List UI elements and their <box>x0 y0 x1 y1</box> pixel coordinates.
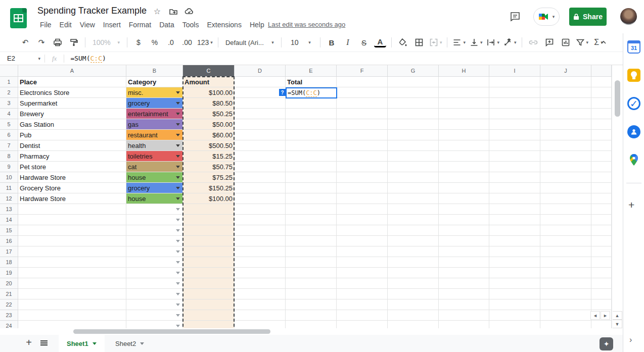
column-header-E[interactable]: E <box>286 65 337 77</box>
cell-B20[interactable] <box>126 278 183 289</box>
cell-G5[interactable] <box>388 119 439 130</box>
select-all-corner[interactable] <box>0 65 18 77</box>
cell-F6[interactable] <box>337 130 388 140</box>
scroll-left-button[interactable]: ◄ <box>590 311 600 320</box>
text-wrap-button[interactable]: ▾ <box>486 36 499 48</box>
cell-E5[interactable] <box>286 119 337 130</box>
cell-E11[interactable] <box>286 183 337 193</box>
cell-I18[interactable] <box>489 257 540 268</box>
cell-A14[interactable] <box>18 215 126 225</box>
cell-C15[interactable] <box>183 225 235 236</box>
cell-H1[interactable] <box>439 77 489 87</box>
cell-D8[interactable] <box>235 151 286 162</box>
cell-F13[interactable] <box>337 204 388 215</box>
cell-G16[interactable] <box>388 236 439 246</box>
document-title[interactable]: Spending Tracker Example <box>37 6 147 16</box>
cell-I2[interactable] <box>489 87 540 98</box>
row-header-19[interactable]: 19 <box>0 268 18 278</box>
cell-C1[interactable]: Amount <box>183 77 235 87</box>
cell-F4[interactable] <box>337 109 388 119</box>
cell-J8[interactable] <box>540 151 591 162</box>
calendar-icon[interactable]: 31 <box>627 40 640 54</box>
cell-H15[interactable] <box>439 225 489 236</box>
category-dropdown-icon[interactable] <box>176 144 180 147</box>
cell-partial-10[interactable] <box>591 172 612 183</box>
cell-I21[interactable] <box>489 289 540 299</box>
cell-J9[interactable] <box>540 162 591 172</box>
cell-J18[interactable] <box>540 257 591 268</box>
cell-J3[interactable] <box>540 98 591 109</box>
cell-F18[interactable] <box>337 257 388 268</box>
cell-I7[interactable] <box>489 140 540 151</box>
cell-C12[interactable]: $100.00 <box>183 193 235 204</box>
cell-I13[interactable] <box>489 204 540 215</box>
cell-C23[interactable] <box>183 310 235 321</box>
insert-comment-button[interactable] <box>543 36 556 48</box>
cell-A13[interactable] <box>18 204 126 215</box>
cell-E20[interactable] <box>286 278 337 289</box>
category-dropdown-icon[interactable] <box>176 261 180 264</box>
cell-A8[interactable]: Pharmacy <box>18 151 126 162</box>
cell-F23[interactable] <box>337 310 388 321</box>
cell-A11[interactable]: Grocery Store <box>18 183 126 193</box>
cell-I23[interactable] <box>489 310 540 321</box>
cell-G14[interactable] <box>388 215 439 225</box>
cell-B4[interactable]: entertainment <box>126 109 183 119</box>
cell-partial-4[interactable] <box>591 109 612 119</box>
borders-button[interactable] <box>413 36 425 48</box>
cell-G17[interactable] <box>388 246 439 257</box>
cell-H9[interactable] <box>439 162 489 172</box>
cell-partial-24[interactable] <box>591 321 612 328</box>
cell-I24[interactable] <box>489 321 540 328</box>
cell-F2[interactable] <box>337 87 388 98</box>
row-header-23[interactable]: 23 <box>0 310 18 321</box>
cell-I16[interactable] <box>489 236 540 246</box>
all-sheets-button[interactable] <box>38 338 50 349</box>
cell-H6[interactable] <box>439 130 489 140</box>
cell-H24[interactable] <box>439 321 489 328</box>
cell-G7[interactable] <box>388 140 439 151</box>
cell-E18[interactable] <box>286 257 337 268</box>
menu-tools[interactable]: Tools <box>179 20 203 30</box>
column-header-C[interactable]: C <box>183 65 235 77</box>
cell-H2[interactable] <box>439 87 489 98</box>
meet-button[interactable]: ▾ <box>533 8 560 26</box>
column-header-H[interactable]: H <box>439 65 489 77</box>
row-header-10[interactable]: 10 <box>0 172 18 183</box>
cell-E16[interactable] <box>286 236 337 246</box>
cell-A22[interactable] <box>18 299 126 310</box>
cell-E24[interactable] <box>286 321 337 328</box>
cell-E17[interactable] <box>286 246 337 257</box>
cell-J1[interactable] <box>540 77 591 87</box>
undo-button[interactable]: ↶ <box>19 36 31 48</box>
cell-A18[interactable] <box>18 257 126 268</box>
cell-J16[interactable] <box>540 236 591 246</box>
cell-B6[interactable]: restaurant <box>126 130 183 140</box>
category-dropdown-icon[interactable] <box>176 166 180 168</box>
cell-H12[interactable] <box>439 193 489 204</box>
cell-partial-7[interactable] <box>591 140 612 151</box>
row-header-17[interactable]: 17 <box>0 246 18 257</box>
cell-D12[interactable] <box>235 193 286 204</box>
cell-F7[interactable] <box>337 140 388 151</box>
cell-E19[interactable] <box>286 268 337 278</box>
more-formats-button[interactable]: 123▾ <box>197 36 213 48</box>
cell-F24[interactable] <box>337 321 388 328</box>
cell-H11[interactable] <box>439 183 489 193</box>
row-header-20[interactable]: 20 <box>0 278 18 289</box>
cell-J11[interactable] <box>540 183 591 193</box>
cell-I22[interactable] <box>489 299 540 310</box>
cell-F16[interactable] <box>337 236 388 246</box>
cell-I5[interactable] <box>489 119 540 130</box>
cell-J24[interactable] <box>540 321 591 328</box>
cell-B14[interactable] <box>126 215 183 225</box>
cell-D2[interactable] <box>235 87 286 98</box>
row-header-2[interactable]: 2 <box>0 87 18 98</box>
cell-F19[interactable] <box>337 268 388 278</box>
format-percent-button[interactable]: % <box>149 36 161 48</box>
row-header-15[interactable]: 15 <box>0 225 18 236</box>
cell-F22[interactable] <box>337 299 388 310</box>
cell-H14[interactable] <box>439 215 489 225</box>
cell-G18[interactable] <box>388 257 439 268</box>
cell-B22[interactable] <box>126 299 183 310</box>
